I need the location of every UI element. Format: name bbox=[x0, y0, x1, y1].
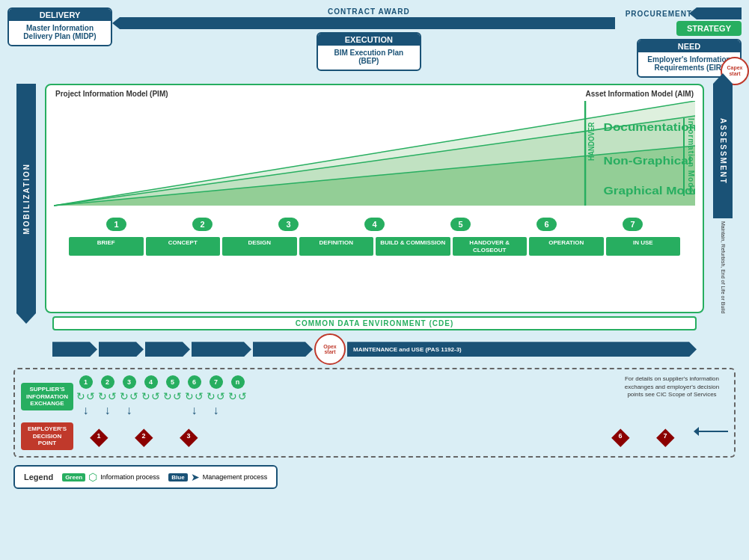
exchange-n: n ↻ ↺ ↓ bbox=[228, 375, 247, 417]
need-content: Employer's Information Requirements (EIR… bbox=[646, 55, 733, 72]
strategy-button: STRATEGY bbox=[676, 21, 742, 36]
green-arrow-icon: ⬡ bbox=[88, 471, 97, 483]
green-desc: Information process bbox=[100, 473, 159, 481]
opex-circle: Opex start bbox=[314, 333, 346, 365]
legend-green: Green ⬡ Information process bbox=[62, 471, 159, 483]
assessment-label: ASSESSMENT bbox=[719, 118, 727, 185]
contract-award-label: CONTRACT AWARD bbox=[328, 7, 410, 16]
maintenance-box: MAINTENANCE and USE (PAS 1192-3) bbox=[347, 342, 697, 357]
stage-pills: 1 2 3 4 5 6 7 bbox=[51, 215, 698, 234]
aim-label: Asset Information Model (AIM) bbox=[586, 90, 694, 98]
stage-concept: CONCEPT bbox=[146, 237, 221, 256]
exchange-7: 7 ↻ ↺ ↓ bbox=[207, 375, 225, 417]
svg-text:Non-Graphical Data: Non-Graphical Data bbox=[604, 155, 695, 166]
supplier-label: SUPPLIER'S INFORMATION EXCHANGE bbox=[21, 383, 73, 410]
green-label: Green bbox=[62, 473, 85, 481]
stage-pill-1: 1 bbox=[106, 218, 126, 231]
top-section: DELIVERY Master Information Delivery Pla… bbox=[7, 7, 742, 78]
mobilization-label: MOBILIZATION bbox=[22, 163, 31, 234]
blue-desc: Management process bbox=[203, 473, 268, 481]
bottom-note: For details on supplier's information ex… bbox=[616, 375, 728, 399]
procurement-label: PROCUREMENT bbox=[626, 10, 692, 18]
triangle-chart: HANDOVER Documentation Non-Graphical Dat… bbox=[54, 101, 695, 213]
legend-box: Legend Green ⬡ Information process Blue … bbox=[13, 465, 278, 489]
stage-pill-2: 2 bbox=[192, 218, 212, 231]
delivery-box: DELIVERY Master Information Delivery Pla… bbox=[7, 7, 112, 46]
stage-definition: DEFINITION bbox=[299, 237, 374, 256]
svg-text:HANDOVER: HANDOVER bbox=[587, 122, 596, 161]
main-container: DELIVERY Master Information Delivery Pla… bbox=[0, 0, 749, 560]
stage-inuse: IN USE bbox=[606, 237, 681, 256]
cde-row: COMMON DATA ENVIRONMENT (CDE) bbox=[52, 316, 697, 330]
delivery-content: Master Information Delivery Plan (MIDP) bbox=[16, 24, 103, 40]
blue-arrow-icon: ➤ bbox=[191, 471, 200, 483]
stage-pill-6: 6 bbox=[536, 218, 556, 231]
need-title: NEED bbox=[638, 40, 740, 52]
employer-label: EMPLOYER'S DECISION POINT bbox=[21, 422, 73, 450]
svg-text:Graphical Model: Graphical Model bbox=[604, 185, 695, 196]
info-model-label: Information Model bbox=[683, 118, 695, 196]
stage-brief: BRIEF bbox=[69, 237, 144, 256]
employer-row: EMPLOYER'S DECISION POINT ◆ 1 ◆ 2 ◆ 3 ◆ bbox=[21, 422, 728, 450]
stage-handover: HANDOVER & CLOSEOUT bbox=[453, 237, 528, 256]
legend-blue: Blue ➤ Management process bbox=[168, 471, 267, 483]
decision-1: ◆ 1 bbox=[84, 422, 114, 450]
exchange-5: 5 ↻ ↺ ↓ bbox=[163, 375, 182, 417]
decision-7: ◆ 7 bbox=[650, 422, 680, 450]
bottom-dashed-section: SUPPLIER'S INFORMATION EXCHANGE 1 ↻ ↺ ↓ … bbox=[13, 368, 736, 458]
execution-box: EXECUTION BIM Execution Plan (BEP) bbox=[317, 32, 421, 71]
blue-label: Blue bbox=[168, 473, 187, 481]
exchange-1: 1 ↻ ↺ ↓ bbox=[76, 375, 95, 417]
need-box: NEED Employer's Information Requirements… bbox=[637, 39, 742, 78]
stage-labels: BRIEF CONCEPT DESIGN DEFINITION BUILD & … bbox=[51, 234, 698, 259]
stage-build: BUILD & COMMISSION bbox=[376, 237, 450, 256]
stage-pill-5: 5 bbox=[450, 218, 470, 231]
exchange-2: 2 ↻ ↺ ↓ bbox=[98, 375, 117, 417]
execution-title: EXECUTION bbox=[318, 34, 420, 46]
exchange-6: 6 ↻ ↺ ↓ bbox=[185, 375, 204, 417]
process-arrows-row: Opex start MAINTENANCE and USE (PAS 1192… bbox=[52, 333, 697, 365]
execution-content: BIM Execution Plan (BEP) bbox=[325, 49, 412, 65]
maintain-label: Maintain, Refurbish, End of Life or Buil… bbox=[720, 221, 726, 313]
stage-pill-3: 3 bbox=[278, 218, 298, 231]
pim-aim-header: Project Information Model (PIM) Asset In… bbox=[51, 90, 698, 98]
stage-pill-4: 4 bbox=[364, 218, 384, 231]
svg-text:Documentation: Documentation bbox=[604, 121, 695, 132]
delivery-title: DELIVERY bbox=[9, 9, 111, 21]
pim-label: Project Information Model (PIM) bbox=[55, 90, 168, 98]
decision-2: ◆ 2 bbox=[129, 422, 159, 450]
decision-6: ◆ 6 bbox=[605, 422, 635, 450]
legend-title: Legend bbox=[24, 473, 53, 481]
exchange-3: 3 ↻ ↺ ↓ bbox=[120, 375, 138, 417]
decision-3: ◆ 3 bbox=[174, 422, 204, 450]
stage-pill-7: 7 bbox=[623, 218, 642, 231]
exchange-4: 4 ↻ ↺ ↓ bbox=[141, 375, 160, 417]
stage-operation: OPERATION bbox=[529, 237, 604, 256]
stage-design: DESIGN bbox=[222, 237, 297, 256]
